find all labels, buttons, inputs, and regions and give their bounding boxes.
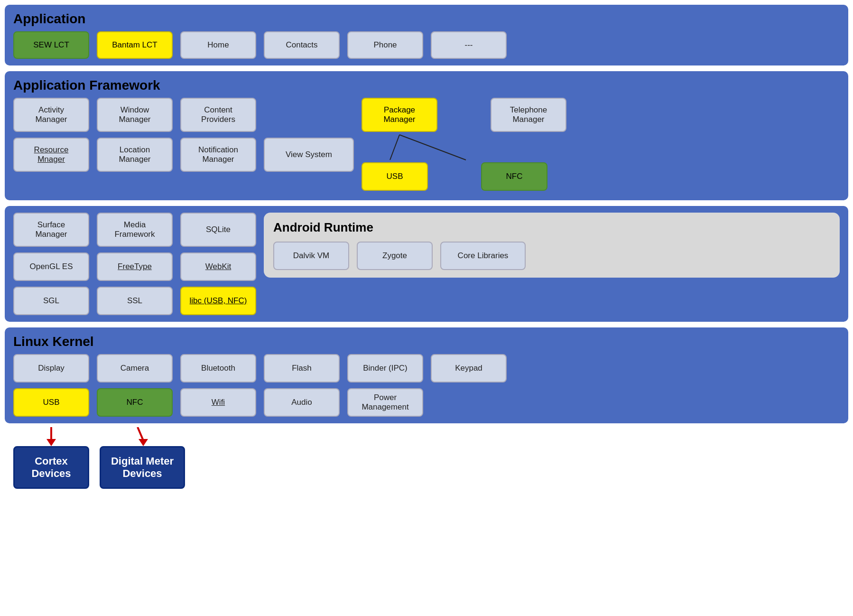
kernel-section: Linux Kernel Display Camera Bluetooth Fl… xyxy=(5,327,848,423)
window-manager-box[interactable]: WindowManager xyxy=(97,98,173,132)
usb-arrow-cortex: CortexDevices xyxy=(13,427,89,489)
opengl-es-box[interactable]: OpenGL ES xyxy=(13,252,89,281)
libc-box[interactable]: libc (USB, NFC) xyxy=(180,287,256,315)
power-management-box[interactable]: PowerManagement xyxy=(347,388,423,417)
svg-marker-3 xyxy=(46,439,56,446)
svg-line-4 xyxy=(138,427,143,440)
location-manager-box[interactable]: LocationManager xyxy=(97,138,173,172)
surface-manager-box[interactable]: SurfaceManager xyxy=(13,213,89,247)
application-section: Application SEW LCT Bantam LCT Home Cont… xyxy=(5,5,848,65)
framework-title: Application Framework xyxy=(13,78,840,93)
nfc-arrow-digital: Digital MeterDevices xyxy=(104,427,180,489)
activity-manager-box[interactable]: ActivityManager xyxy=(13,98,89,132)
core-libraries-box[interactable]: Core Libraries xyxy=(440,242,526,270)
zygote-box[interactable]: Zygote xyxy=(357,242,433,270)
webkit-box[interactable]: WebKit xyxy=(180,252,256,281)
cortex-devices-box[interactable]: CortexDevices xyxy=(13,446,89,489)
usb-arrow-svg xyxy=(44,427,58,446)
flash-box[interactable]: Flash xyxy=(264,354,340,383)
libraries-section: SurfaceManager OpenGL ES SGL MediaFramew… xyxy=(5,206,848,322)
ssl-box[interactable]: SSL xyxy=(97,287,173,315)
application-row: SEW LCT Bantam LCT Home Contacts Phone -… xyxy=(13,31,840,59)
sew-lct-box[interactable]: SEW LCT xyxy=(13,31,89,59)
wifi-box[interactable]: Wifi xyxy=(180,388,256,417)
android-runtime-panel: Android Runtime Dalvik VM Zygote Core Li… xyxy=(264,213,840,278)
kernel-title: Linux Kernel xyxy=(13,334,840,349)
keypad-box[interactable]: Keypad xyxy=(431,354,507,383)
android-runtime-title: Android Runtime xyxy=(273,220,830,235)
notification-manager-box[interactable]: NotificationManager xyxy=(180,138,256,172)
kernel-nfc-box[interactable]: NFC xyxy=(97,388,173,417)
camera-box[interactable]: Camera xyxy=(97,354,173,383)
svg-marker-5 xyxy=(139,439,148,446)
display-box[interactable]: Display xyxy=(13,354,89,383)
sgl-box[interactable]: SGL xyxy=(13,287,89,315)
dalvik-vm-box[interactable]: Dalvik VM xyxy=(273,242,349,270)
audio-box[interactable]: Audio xyxy=(264,388,340,417)
freetype-box[interactable]: FreeType xyxy=(97,252,173,281)
content-providers-box[interactable]: ContentProviders xyxy=(180,98,256,132)
sqlite-box[interactable]: SQLite xyxy=(180,213,256,247)
phone-box[interactable]: Phone xyxy=(347,31,423,59)
application-title: Application xyxy=(13,11,840,27)
kernel-usb-box[interactable]: USB xyxy=(13,388,89,417)
telephone-manager-box[interactable]: TelephoneManager xyxy=(491,98,566,132)
package-manager-box[interactable]: PackageManager xyxy=(362,98,437,132)
package-lines-svg xyxy=(362,134,542,162)
binder-ipc-box[interactable]: Binder (IPC) xyxy=(347,354,423,383)
media-framework-box[interactable]: MediaFramework xyxy=(97,213,173,247)
framework-nfc-box[interactable]: NFC xyxy=(481,162,547,191)
nfc-arrow-svg xyxy=(133,427,152,446)
devices-area: CortexDevices Digital MeterDevices xyxy=(5,427,848,489)
bantam-lct-box[interactable]: Bantam LCT xyxy=(97,31,173,59)
view-system-box[interactable]: View System xyxy=(264,138,354,172)
svg-line-1 xyxy=(399,135,466,160)
runtime-boxes: Dalvik VM Zygote Core Libraries xyxy=(273,242,830,270)
digital-meter-box[interactable]: Digital MeterDevices xyxy=(100,446,185,489)
framework-usb-box[interactable]: USB xyxy=(362,162,428,191)
bluetooth-box[interactable]: Bluetooth xyxy=(180,354,256,383)
framework-section: Application Framework ActivityManager Re… xyxy=(5,71,848,200)
home-box[interactable]: Home xyxy=(180,31,256,59)
resource-manager-box[interactable]: ResourceMnager xyxy=(13,138,89,172)
misc-box[interactable]: --- xyxy=(431,31,507,59)
contacts-box[interactable]: Contacts xyxy=(264,31,340,59)
svg-line-0 xyxy=(390,135,399,160)
